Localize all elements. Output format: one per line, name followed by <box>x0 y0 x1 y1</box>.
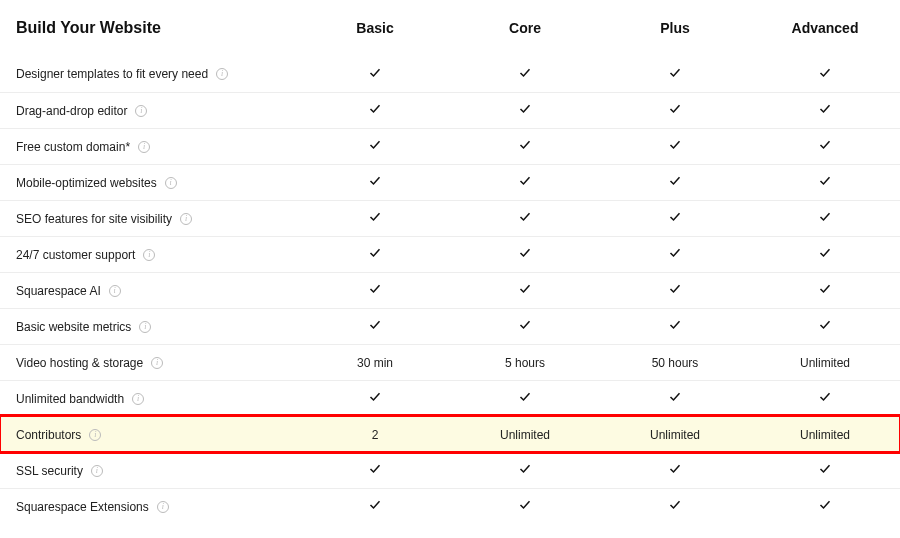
table-row: Mobile-optimized websitesi <box>0 164 900 200</box>
check-icon <box>819 103 831 115</box>
info-icon[interactable]: i <box>138 141 150 153</box>
plan-header-core: Core <box>450 20 600 36</box>
feature-cell <box>750 319 900 334</box>
feature-cell <box>450 463 600 478</box>
feature-cell <box>450 103 600 118</box>
check-icon <box>519 283 531 295</box>
feature-cell <box>300 247 450 262</box>
table-row: Squarespace AIi <box>0 272 900 308</box>
feature-cell <box>600 499 750 514</box>
feature-cell <box>750 103 900 118</box>
check-icon <box>669 67 681 79</box>
check-icon <box>519 139 531 151</box>
cell-value: Unlimited <box>500 428 550 442</box>
check-icon <box>669 391 681 403</box>
plan-header-advanced: Advanced <box>750 20 900 36</box>
feature-cell <box>300 175 450 190</box>
check-icon <box>369 391 381 403</box>
feature-cell <box>300 139 450 154</box>
feature-cell: Unlimited <box>450 428 600 442</box>
check-icon <box>669 499 681 511</box>
info-icon[interactable]: i <box>91 465 103 477</box>
feature-cell: Unlimited <box>750 356 900 370</box>
feature-cell <box>600 211 750 226</box>
section-title: Build Your Website <box>0 19 300 37</box>
feature-label: Squarespace AIi <box>0 284 300 298</box>
feature-cell <box>300 211 450 226</box>
check-icon <box>369 211 381 223</box>
info-icon[interactable]: i <box>139 321 151 333</box>
feature-label: Squarespace Extensionsi <box>0 500 300 514</box>
check-icon <box>369 247 381 259</box>
check-icon <box>819 67 831 79</box>
feature-cell <box>300 67 450 82</box>
table-row: 24/7 customer supporti <box>0 236 900 272</box>
feature-cell <box>750 247 900 262</box>
feature-label: Free custom domain*i <box>0 140 300 154</box>
table-row: Designer templates to fit every needi <box>0 56 900 92</box>
feature-label: Contributorsi <box>0 428 300 442</box>
table-row: Video hosting & storagei30 min5 hours50 … <box>0 344 900 380</box>
feature-cell <box>750 211 900 226</box>
check-icon <box>369 139 381 151</box>
check-icon <box>519 391 531 403</box>
info-icon[interactable]: i <box>216 68 228 80</box>
feature-cell <box>750 463 900 478</box>
check-icon <box>519 175 531 187</box>
check-icon <box>819 391 831 403</box>
feature-cell <box>750 391 900 406</box>
info-icon[interactable]: i <box>165 177 177 189</box>
cell-value: Unlimited <box>800 356 850 370</box>
info-icon[interactable]: i <box>89 429 101 441</box>
check-icon <box>369 283 381 295</box>
feature-cell <box>600 283 750 298</box>
feature-cell: 5 hours <box>450 356 600 370</box>
feature-cell: Unlimited <box>750 428 900 442</box>
feature-label-text: Drag-and-drop editor <box>16 104 127 118</box>
feature-cell: 30 min <box>300 356 450 370</box>
feature-cell <box>600 139 750 154</box>
check-icon <box>819 139 831 151</box>
feature-label-text: Squarespace AI <box>16 284 101 298</box>
feature-cell: 2 <box>300 428 450 442</box>
feature-label: Basic website metricsi <box>0 320 300 334</box>
info-icon[interactable]: i <box>180 213 192 225</box>
check-icon <box>519 211 531 223</box>
table-row: Free custom domain*i <box>0 128 900 164</box>
check-icon <box>519 499 531 511</box>
feature-label: 24/7 customer supporti <box>0 248 300 262</box>
check-icon <box>369 499 381 511</box>
check-icon <box>369 175 381 187</box>
info-icon[interactable]: i <box>157 501 169 513</box>
feature-cell: 50 hours <box>600 356 750 370</box>
check-icon <box>819 211 831 223</box>
cell-value: 30 min <box>357 356 393 370</box>
info-icon[interactable]: i <box>109 285 121 297</box>
check-icon <box>369 463 381 475</box>
info-icon[interactable]: i <box>135 105 147 117</box>
feature-cell <box>600 391 750 406</box>
feature-cell <box>750 139 900 154</box>
check-icon <box>819 499 831 511</box>
check-icon <box>669 319 681 331</box>
check-icon <box>669 283 681 295</box>
check-icon <box>669 175 681 187</box>
feature-cell <box>750 67 900 82</box>
feature-label: Video hosting & storagei <box>0 356 300 370</box>
table-row: SEO features for site visibilityi <box>0 200 900 236</box>
table-row: Basic website metricsi <box>0 308 900 344</box>
info-icon[interactable]: i <box>143 249 155 261</box>
feature-label: SEO features for site visibilityi <box>0 212 300 226</box>
feature-cell <box>600 175 750 190</box>
info-icon[interactable]: i <box>151 357 163 369</box>
info-icon[interactable]: i <box>132 393 144 405</box>
table-row: Unlimited bandwidthi <box>0 380 900 416</box>
feature-label-text: Squarespace Extensions <box>16 500 149 514</box>
feature-label-text: Designer templates to fit every need <box>16 67 208 81</box>
check-icon <box>669 139 681 151</box>
check-icon <box>369 103 381 115</box>
feature-cell <box>450 139 600 154</box>
check-icon <box>819 319 831 331</box>
check-icon <box>519 67 531 79</box>
feature-cell: Unlimited <box>600 428 750 442</box>
